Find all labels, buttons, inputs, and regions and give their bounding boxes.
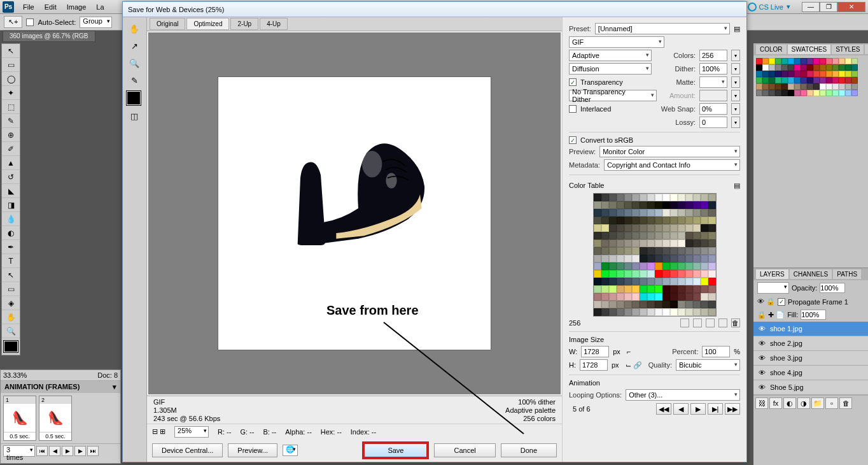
tab-layers[interactable]: LAYERS <box>756 269 788 279</box>
metadata-dropdown[interactable]: Copyright and Contact Info <box>604 159 740 171</box>
cslive[interactable]: CS Live▾ <box>744 3 795 11</box>
tool-move[interactable]: ↖ <box>2 44 20 58</box>
ct-btn-1[interactable] <box>680 318 689 327</box>
tool-hand[interactable]: ✋ <box>2 310 20 324</box>
anim-play[interactable]: ▶ <box>62 446 73 456</box>
tab-original[interactable]: Original <box>150 18 185 30</box>
zoom-tool[interactable]: 🔍 <box>125 55 143 71</box>
trash-button[interactable]: 🗑 <box>839 397 852 409</box>
eyedropper-tool[interactable]: ✎ <box>125 72 143 89</box>
ct-btn-4[interactable] <box>718 318 727 327</box>
tool-wand[interactable]: ✦ <box>2 86 20 100</box>
zoom-select[interactable]: 25% <box>174 426 209 438</box>
dither-method-dropdown[interactable]: Diffusion <box>569 63 652 75</box>
quality-dropdown[interactable]: Bicubic <box>676 359 740 371</box>
tool-blur[interactable]: 💧 <box>2 212 20 226</box>
link-layers-button[interactable]: ⛓ <box>755 397 768 409</box>
nav-prev[interactable]: ◀ <box>673 403 689 415</box>
color-table-menu-icon[interactable]: ▤ <box>734 182 740 190</box>
anim-prev[interactable]: ◀ <box>49 446 60 456</box>
browser-preview[interactable]: 🌐 <box>283 445 298 456</box>
tool-text[interactable]: T <box>2 254 20 268</box>
layer-row[interactable]: 👁shoe 2.jpg <box>753 336 868 351</box>
tool-heal[interactable]: ⊕ <box>2 128 20 142</box>
tool-lasso[interactable]: ◯ <box>2 72 20 86</box>
tool-eyedrop[interactable]: ✎ <box>2 114 20 128</box>
tab-styles[interactable]: STYLES <box>832 45 864 54</box>
matte-dropdown[interactable] <box>699 76 727 88</box>
preview-button[interactable]: Preview... <box>228 443 277 457</box>
visibility-icon[interactable]: 👁 <box>757 324 766 333</box>
nav-last[interactable]: ▶▶ <box>725 403 740 415</box>
layer-row[interactable]: 👁shoe 1.jpg <box>753 322 868 336</box>
tool-brush[interactable]: ✐ <box>2 142 20 156</box>
canvas-area[interactable]: Save from here <box>148 32 561 394</box>
menu-layer[interactable]: La <box>91 1 109 13</box>
height-input[interactable] <box>580 359 608 371</box>
menu-file[interactable]: File <box>18 1 39 13</box>
foreground-color[interactable] <box>4 341 18 352</box>
transparency-checkbox[interactable] <box>569 78 577 86</box>
adjust-button[interactable]: ◑ <box>797 397 810 409</box>
visibility-icon[interactable]: 👁 <box>757 354 766 362</box>
opacity-input[interactable] <box>820 283 845 293</box>
anim-frame-2[interactable]: 2 👠 0.5 sec. <box>39 396 72 441</box>
width-input[interactable] <box>581 346 609 357</box>
maximize-button[interactable]: ❐ <box>820 2 837 12</box>
visibility-icon[interactable]: 👁 <box>757 339 766 348</box>
percent-input[interactable] <box>702 346 730 357</box>
layer-row[interactable]: 👁shoe 3.jpg <box>753 351 868 366</box>
anim-first[interactable]: ⏮ <box>36 446 48 456</box>
fg-color[interactable] <box>127 91 141 105</box>
preset-menu-icon[interactable]: ▤ <box>734 25 740 33</box>
document-tab[interactable]: 360 images @ 66.7% (RGB <box>3 31 95 42</box>
tool-shape[interactable]: ▭ <box>2 282 20 296</box>
looping-dropdown[interactable]: Other (3)... <box>626 389 740 401</box>
mask-button[interactable]: ◐ <box>783 397 796 409</box>
websnap-input[interactable] <box>699 103 727 115</box>
format-dropdown[interactable]: GIF <box>569 36 664 48</box>
save-button[interactable]: Save <box>362 441 429 459</box>
srgb-checkbox[interactable] <box>569 136 577 144</box>
color-table-grid[interactable] <box>593 193 717 317</box>
swatches-grid[interactable] <box>753 55 868 99</box>
anim-frame-1[interactable]: 1 👠 0.5 sec. <box>3 396 36 441</box>
preview-dropdown[interactable]: Monitor Color <box>599 146 740 157</box>
auto-select-dropdown[interactable]: Group <box>80 17 112 28</box>
auto-select-checkbox[interactable] <box>26 18 34 26</box>
blend-mode[interactable] <box>757 282 789 294</box>
layer-row[interactable]: 👁Shoe 5.jpg <box>753 380 868 395</box>
anim-next[interactable]: ▶ <box>74 446 86 456</box>
minimize-button[interactable]: — <box>802 2 820 12</box>
done-button[interactable]: Done <box>501 443 557 457</box>
websnap-spin[interactable]: ▾ <box>731 103 740 115</box>
fill-input[interactable] <box>801 310 826 320</box>
nav-play[interactable]: ▶ <box>690 403 706 415</box>
tab-4up[interactable]: 4-Up <box>260 18 288 30</box>
anim-last[interactable]: ⏭ <box>87 446 99 456</box>
slice-visibility[interactable]: ◫ <box>125 108 143 124</box>
colors-input[interactable] <box>699 50 727 61</box>
device-central-button[interactable]: Device Central... <box>152 443 223 457</box>
close-button[interactable]: ✕ <box>837 2 865 12</box>
reduction-dropdown[interactable]: Adaptive <box>569 50 652 61</box>
nav-next[interactable]: ▶| <box>708 403 723 415</box>
tool-eraser[interactable]: ◣ <box>2 184 20 198</box>
tool-history[interactable]: ↺ <box>2 170 20 184</box>
tool-crop[interactable]: ⬚ <box>2 100 20 114</box>
tool-marquee[interactable]: ▭ <box>2 58 20 72</box>
cancel-button[interactable]: Cancel <box>434 443 495 457</box>
nav-first[interactable]: ◀◀ <box>656 403 671 415</box>
lossy-input[interactable] <box>699 117 727 128</box>
tab-swatches[interactable]: SWATCHES <box>788 45 831 54</box>
ct-btn-5[interactable]: 🗑 <box>731 318 740 327</box>
menu-image[interactable]: Image <box>62 1 92 13</box>
tool-pen[interactable]: ✒ <box>2 240 20 254</box>
slice-tool[interactable]: ↗ <box>125 38 143 54</box>
lossy-spin[interactable]: ▾ <box>731 117 740 128</box>
tab-info[interactable]: INFO <box>865 45 868 54</box>
loop-dropdown[interactable]: 3 times <box>3 445 35 457</box>
tool-dodge[interactable]: ◐ <box>2 226 20 240</box>
propagate-checkbox[interactable] <box>778 298 785 306</box>
menu-edit[interactable]: Edit <box>39 1 62 13</box>
